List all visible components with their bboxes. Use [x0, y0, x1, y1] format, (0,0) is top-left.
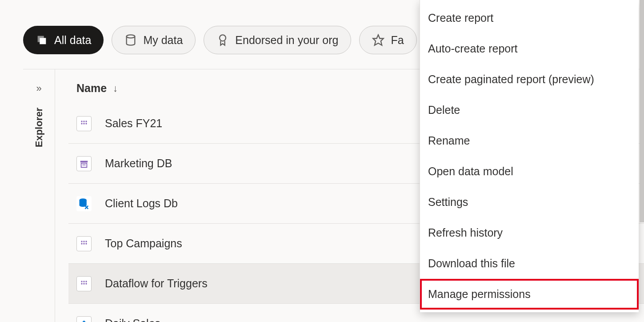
menu-refresh-history[interactable]: Refresh history	[420, 217, 639, 248]
filter-favorites[interactable]: Fa	[359, 26, 416, 54]
row-label: Client Logs Db	[105, 197, 178, 210]
filter-label: Endorsed in your org	[235, 34, 338, 47]
scrollbar[interactable]	[640, 0, 644, 222]
svg-point-8	[85, 123, 87, 124]
menu-create-report[interactable]: Create report	[420, 3, 639, 33]
explorer-label: Explorer	[33, 108, 45, 147]
svg-point-18	[85, 281, 87, 282]
svg-point-6	[81, 123, 82, 124]
menu-open-data-model[interactable]: Open data model	[420, 156, 639, 187]
row-label: Marketing DB	[105, 157, 172, 170]
svg-point-3	[81, 121, 82, 122]
menu-manage-permissions[interactable]: Manage permissions	[420, 279, 639, 310]
svg-point-0	[127, 35, 135, 38]
row-label: Daily Sales	[105, 317, 160, 322]
svg-point-10	[81, 241, 82, 242]
svg-point-21	[85, 283, 87, 284]
svg-point-1	[220, 35, 226, 41]
svg-point-15	[85, 243, 87, 244]
dataset-icon	[76, 236, 92, 251]
svg-point-16	[81, 281, 82, 282]
sort-down-icon: ↓	[113, 83, 118, 94]
row-label: Sales FY21	[105, 117, 162, 130]
dataset-icon	[76, 276, 92, 291]
menu-delete[interactable]: Delete	[420, 95, 639, 125]
filter-endorsed[interactable]: Endorsed in your org	[204, 26, 351, 54]
svg-point-14	[83, 243, 84, 244]
svg-marker-2	[373, 35, 384, 45]
svg-point-7	[83, 123, 84, 124]
menu-create-paginated-report[interactable]: Create paginated report (preview)	[420, 64, 639, 95]
svg-point-13	[81, 243, 82, 244]
menu-rename[interactable]: Rename	[420, 125, 639, 156]
dataset-icon	[76, 116, 92, 131]
svg-point-17	[83, 281, 84, 282]
ribbon-icon	[216, 34, 229, 46]
filter-label: Fa	[391, 34, 404, 47]
svg-marker-25	[80, 320, 88, 322]
all-data-icon	[36, 34, 48, 46]
svg-point-12	[85, 241, 87, 242]
filter-my-data[interactable]: My data	[112, 26, 196, 54]
svg-point-5	[85, 121, 87, 122]
row-label: Dataflow for Triggers	[105, 277, 208, 290]
svg-point-19	[81, 283, 82, 284]
filter-label: My data	[143, 34, 183, 47]
context-menu: Create report Auto-create report Create …	[420, 0, 639, 312]
svg-point-20	[83, 283, 84, 284]
row-label: Top Campaigns	[105, 237, 182, 250]
menu-settings[interactable]: Settings	[420, 187, 639, 217]
svg-point-4	[83, 121, 84, 122]
explorer-tab[interactable]: » Explorer	[23, 69, 55, 322]
database-icon	[124, 34, 137, 46]
filter-label: All data	[54, 34, 91, 47]
expand-icon: »	[36, 83, 41, 94]
datamart-icon	[76, 156, 92, 171]
svg-point-11	[83, 241, 84, 242]
report-icon	[76, 316, 92, 322]
database-icon	[76, 196, 92, 211]
filter-all-data[interactable]: All data	[23, 26, 104, 54]
menu-auto-create-report[interactable]: Auto-create report	[420, 33, 639, 64]
star-icon	[372, 34, 384, 46]
menu-download-file[interactable]: Download this file	[420, 248, 639, 279]
column-header-label: Name	[76, 82, 107, 95]
